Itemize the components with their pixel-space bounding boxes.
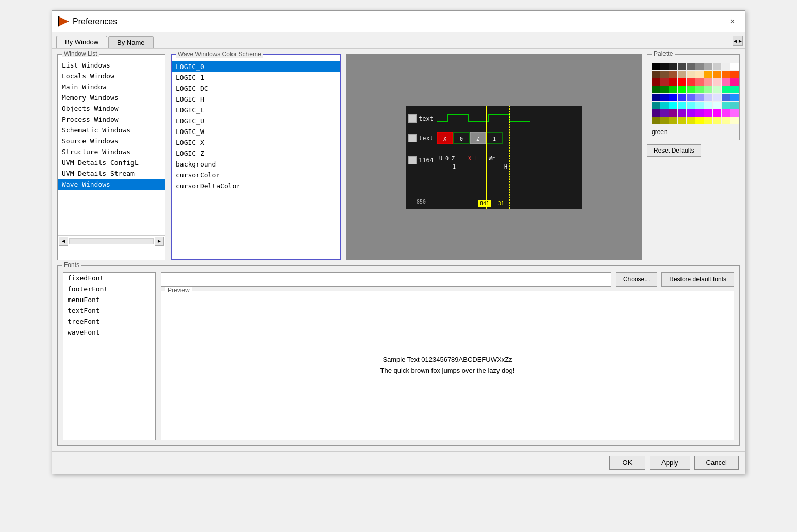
close-button[interactable]: × [726,15,739,28]
checkbox-2[interactable] [408,134,417,142]
color-cell[interactable] [652,63,660,70]
cancel-button[interactable]: Cancel [694,456,739,470]
color-cell[interactable] [669,109,677,117]
color-cell[interactable] [704,102,712,109]
color-cell[interactable] [687,63,695,70]
font-item-tree[interactable]: treeFont [63,316,155,327]
list-item[interactable]: Objects Window [58,103,165,114]
checkbox-3[interactable] [408,156,417,164]
list-item[interactable]: Memory Windows [58,92,165,103]
color-cell[interactable] [652,86,660,93]
window-list-scrollbar[interactable]: ◄ ► [58,235,165,246]
color-cell[interactable] [687,94,695,101]
color-cell[interactable] [678,102,686,109]
color-cell[interactable] [730,86,739,93]
color-cell[interactable] [704,86,712,93]
color-cell[interactable] [687,117,695,124]
color-cell[interactable] [730,71,739,78]
color-cell[interactable] [695,86,704,93]
list-item[interactable]: List Windows [58,60,165,71]
reset-defaults-button[interactable]: Reset Defaults [647,144,701,157]
color-cell[interactable] [660,71,669,78]
color-cell[interactable] [660,78,669,86]
color-cell[interactable] [713,94,721,101]
color-item-logicl[interactable]: LOGIC_L [172,105,340,115]
color-cell[interactable] [704,117,712,124]
color-cell[interactable] [660,94,669,101]
color-cell[interactable] [704,71,712,78]
color-cell[interactable] [687,71,695,78]
font-item-footer[interactable]: footerFont [63,284,155,294]
color-cell[interactable] [660,102,669,109]
color-cell[interactable] [722,78,730,86]
color-cell[interactable] [695,78,704,86]
color-cell[interactable] [730,102,739,109]
color-cell[interactable] [652,78,660,86]
color-cell[interactable] [652,117,660,124]
color-cell[interactable] [722,102,730,109]
color-cell[interactable] [687,109,695,117]
color-cell[interactable] [695,109,704,117]
color-cell[interactable] [730,63,739,70]
font-item-text[interactable]: textFont [63,305,155,316]
color-cell[interactable] [695,117,704,124]
list-item[interactable]: Process Window [58,114,165,125]
list-item[interactable]: Schematic Windows [58,125,165,136]
color-item-logicdc[interactable]: LOGIC_DC [172,83,340,94]
color-cell[interactable] [713,109,721,117]
color-cell[interactable] [660,117,669,124]
color-cell[interactable] [713,102,721,109]
color-cell[interactable] [669,63,677,70]
color-cell[interactable] [678,63,686,70]
color-cell[interactable] [687,102,695,109]
color-cell[interactable] [669,78,677,86]
tab-by-window[interactable]: By Window [56,36,107,48]
color-cell[interactable] [652,102,660,109]
apply-button[interactable]: Apply [650,456,690,470]
color-cell[interactable] [695,102,704,109]
color-item-logich[interactable]: LOGIC_H [172,94,340,105]
font-item-wave[interactable]: waveFont [63,327,155,338]
restore-fonts-button[interactable]: Restore default fonts [661,272,734,287]
color-cell[interactable] [695,71,704,78]
color-cell[interactable] [660,63,669,70]
color-cell[interactable] [678,94,686,101]
color-cell[interactable] [678,78,686,86]
font-name-input[interactable] [161,272,611,287]
color-cell[interactable] [660,86,669,93]
scroll-right-btn[interactable]: ► [155,237,164,246]
color-cell[interactable] [652,94,660,101]
color-cell[interactable] [704,78,712,86]
color-cell[interactable] [730,94,739,101]
scroll-track[interactable] [69,238,154,244]
checkbox-1[interactable] [408,114,417,123]
color-cell[interactable] [704,63,712,70]
color-cell[interactable] [678,117,686,124]
color-cell[interactable] [713,71,721,78]
color-cell[interactable] [652,109,660,117]
color-cell[interactable] [713,86,721,93]
color-item-background[interactable]: background [172,159,340,170]
color-cell[interactable] [722,71,730,78]
color-item-logic1[interactable]: LOGIC_1 [172,72,340,83]
color-cell[interactable] [687,78,695,86]
ok-button[interactable]: OK [609,456,645,470]
color-cell[interactable] [713,63,721,70]
color-item-logicx[interactable]: LOGIC_X [172,137,340,148]
scroll-left-btn[interactable]: ◄ [59,237,68,246]
list-item[interactable]: UVM Details ConfigL [58,157,165,168]
color-cell[interactable] [660,109,669,117]
color-cell[interactable] [713,117,721,124]
font-item-fixed[interactable]: fixedFont [63,273,155,284]
color-cell[interactable] [669,102,677,109]
color-cell[interactable] [669,86,677,93]
color-cell[interactable] [704,109,712,117]
color-cell[interactable] [669,71,677,78]
list-item[interactable]: Structure Windows [58,146,165,157]
color-cell[interactable] [687,86,695,93]
color-cell[interactable] [669,117,677,124]
color-cell[interactable] [730,117,739,124]
color-item-logicu[interactable]: LOGIC_U [172,115,340,126]
color-cell[interactable] [722,117,730,124]
color-item-cursordelta[interactable]: cursorDeltaColor [172,180,340,191]
